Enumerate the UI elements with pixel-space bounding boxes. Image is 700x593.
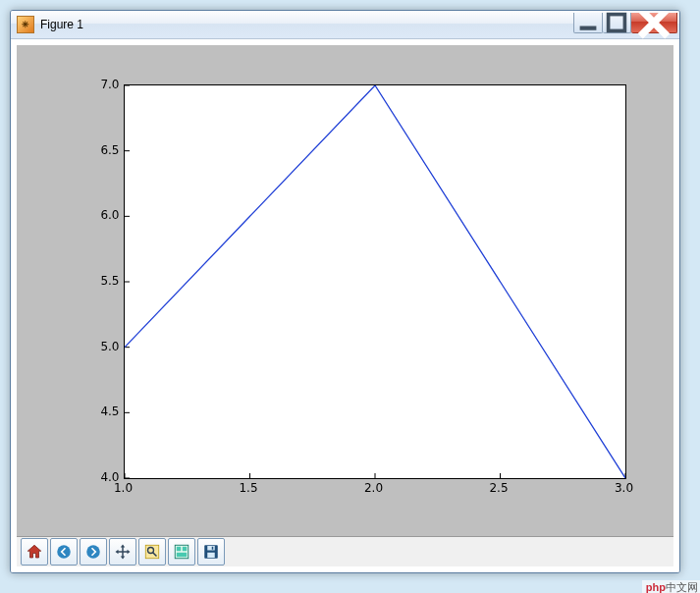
close-button[interactable]: [631, 13, 677, 33]
window-controls: [573, 13, 677, 32]
figure-window: ✳ Figure 1 4.04.55.05.56.06.57.01.01.52.…: [10, 10, 680, 573]
x-tick-label: 2.0: [354, 481, 394, 495]
y-tick-label: 6.0: [81, 208, 120, 222]
axes-frame: [124, 84, 626, 479]
plot-canvas[interactable]: 4.04.55.05.56.06.57.01.01.52.02.53.0: [17, 45, 673, 536]
svg-rect-25: [207, 553, 215, 558]
svg-point-14: [57, 545, 71, 559]
y-tick-label: 7.0: [81, 78, 120, 91]
save-button[interactable]: [197, 538, 225, 566]
subplot-config-icon: [173, 543, 190, 561]
y-tick-label: 6.5: [81, 143, 120, 157]
configure-button[interactable]: [168, 538, 195, 566]
x-tick-label: 3.0: [605, 481, 644, 495]
x-tick-label: 2.5: [479, 481, 518, 495]
watermark: php中文网: [642, 580, 700, 583]
minimize-button[interactable]: [573, 13, 603, 33]
zoom-icon: [143, 543, 161, 561]
x-tick-label: 1.0: [104, 481, 143, 495]
svg-rect-21: [183, 547, 188, 552]
forward-button[interactable]: [80, 538, 107, 566]
maximize-button[interactable]: [603, 13, 631, 33]
home-icon: [26, 543, 43, 561]
arrow-right-icon: [84, 543, 102, 561]
svg-point-15: [86, 545, 100, 559]
svg-rect-1: [609, 15, 625, 31]
client-area: 4.04.55.05.56.06.57.01.01.52.02.53.0: [11, 39, 679, 572]
y-tick-label: 4.5: [81, 404, 120, 418]
line-plot: [125, 85, 625, 478]
nav-toolbar: [17, 536, 673, 566]
window-title: Figure 1: [40, 18, 573, 31]
y-tick-label: 5.0: [81, 340, 120, 353]
svg-rect-22: [177, 553, 188, 558]
x-tick-label: 1.5: [229, 481, 268, 495]
pan-button[interactable]: [109, 538, 136, 566]
svg-rect-26: [212, 547, 214, 550]
titlebar[interactable]: ✳ Figure 1: [11, 11, 679, 39]
home-button[interactable]: [21, 538, 48, 566]
app-icon: ✳: [17, 16, 34, 33]
svg-rect-24: [207, 546, 215, 551]
y-tick-label: 5.5: [81, 274, 120, 288]
back-button[interactable]: [50, 538, 78, 566]
svg-rect-20: [177, 547, 182, 552]
plot-area: 4.04.55.05.56.06.57.01.01.52.02.53.0: [45, 65, 646, 516]
arrow-left-icon: [55, 543, 73, 561]
save-icon: [202, 543, 220, 561]
zoom-button[interactable]: [138, 538, 166, 566]
move-icon: [114, 543, 132, 561]
